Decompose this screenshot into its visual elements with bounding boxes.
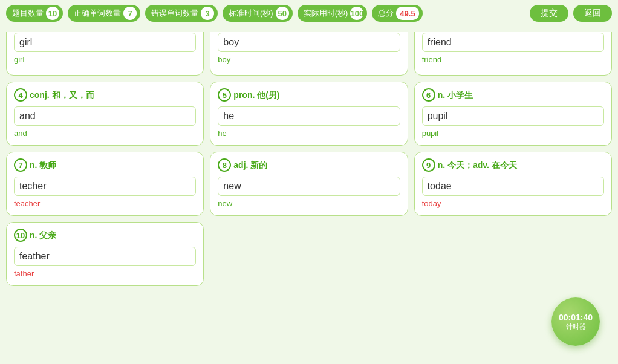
- card-answer-7: teacher: [14, 199, 196, 208]
- card-answer-5: he: [218, 129, 400, 138]
- card-answer-4: and: [14, 129, 196, 138]
- card-number-4: 4: [14, 88, 27, 102]
- card-header-7: 7n. 教师: [14, 158, 196, 172]
- std-time-label: 标准时间(秒): [229, 8, 273, 19]
- total-questions-label: 题目数量: [12, 8, 44, 19]
- card-answer-6: pupil: [422, 129, 604, 138]
- total-score-pill: 总分 49.5: [372, 5, 422, 22]
- timer-circle: 00:01:40 计时器: [551, 297, 600, 346]
- wrong-label: 错误单词数量: [151, 8, 198, 19]
- card-answer-10: father: [14, 269, 196, 278]
- card-answer-3: friend: [422, 55, 604, 64]
- card-header-8: 8adj. 新的: [218, 158, 400, 172]
- card-answer-2: boy: [218, 55, 400, 64]
- card-input-10[interactable]: [14, 247, 196, 266]
- card-2: 2 boy: [210, 32, 408, 76]
- card-number-5: 5: [218, 88, 231, 102]
- card-header-10: 10n. 父亲: [14, 229, 196, 242]
- card-1: 1 girl: [6, 32, 204, 76]
- submit-button[interactable]: 提交: [530, 5, 568, 22]
- card-input-6[interactable]: [422, 106, 604, 126]
- timer-container: 00:01:40 计时器: [551, 297, 600, 346]
- card-input-2[interactable]: [218, 33, 400, 52]
- card-header-6: 6n. 小学生: [422, 88, 604, 102]
- total-score-value: 49.5: [396, 7, 418, 20]
- correct-value: 7: [123, 7, 137, 20]
- std-time-pill: 标准时间(秒) 50: [223, 5, 293, 22]
- card-number-6: 6: [422, 88, 435, 102]
- correct-count-pill: 正确单词数量 7: [68, 5, 140, 22]
- card-input-1[interactable]: [14, 33, 196, 52]
- card-4: 4conj. 和，又，而 and: [6, 82, 204, 146]
- actual-time-pill: 实际用时(秒) 100: [298, 5, 368, 22]
- timer-time: 00:01:40: [559, 313, 593, 323]
- wrong-value: 3: [201, 7, 214, 20]
- card-input-4[interactable]: [14, 106, 196, 126]
- card-answer-1: girl: [14, 55, 196, 64]
- actual-time-label: 实际用时(秒): [304, 8, 348, 19]
- card-header-5: 5pron. 他(男): [218, 88, 400, 102]
- std-time-value: 50: [276, 7, 289, 20]
- card-input-8[interactable]: [218, 177, 400, 196]
- card-input-5[interactable]: [218, 106, 400, 126]
- top-bar: 题目数量 10 正确单词数量 7 错误单词数量 3 标准时间(秒) 50 实际用…: [0, 0, 618, 27]
- card-input-7[interactable]: [14, 177, 196, 196]
- correct-label: 正确单词数量: [74, 8, 121, 19]
- card-input-9[interactable]: [422, 177, 604, 196]
- card-number-9: 9: [422, 158, 435, 172]
- card-answer-9: today: [422, 199, 604, 208]
- back-button[interactable]: 返回: [573, 5, 612, 22]
- card-number-8: 8: [218, 158, 231, 172]
- cards-grid: 1 girl 2 boy 3 friend 4conj. 和，又，而 and 5…: [0, 27, 618, 291]
- card-number-10: 10: [14, 229, 27, 242]
- partial-row: 1 girl 2 boy 3 friend: [6, 32, 612, 76]
- card-3: 3 friend: [414, 32, 612, 76]
- total-questions-pill: 题目数量 10: [6, 5, 63, 22]
- card-10: 10n. 父亲 father: [6, 222, 204, 286]
- card-7: 7n. 教师 teacher: [6, 152, 204, 216]
- actual-time-value: 100: [350, 7, 363, 20]
- timer-label: 计时器: [566, 323, 586, 331]
- card-9: 9n. 今天；adv. 在今天 today: [414, 152, 612, 216]
- card-header-9: 9n. 今天；adv. 在今天: [422, 158, 604, 172]
- card-number-7: 7: [14, 158, 27, 172]
- card-5: 5pron. 他(男) he: [210, 82, 408, 146]
- card-input-3[interactable]: [422, 33, 604, 52]
- card-8: 8adj. 新的 new: [210, 152, 408, 216]
- card-header-4: 4conj. 和，又，而: [14, 88, 196, 102]
- card-6: 6n. 小学生 pupil: [414, 82, 612, 146]
- wrong-count-pill: 错误单词数量 3: [145, 5, 218, 22]
- total-questions-value: 10: [46, 7, 59, 20]
- total-score-label: 总分: [378, 8, 394, 19]
- card-answer-8: new: [218, 199, 400, 208]
